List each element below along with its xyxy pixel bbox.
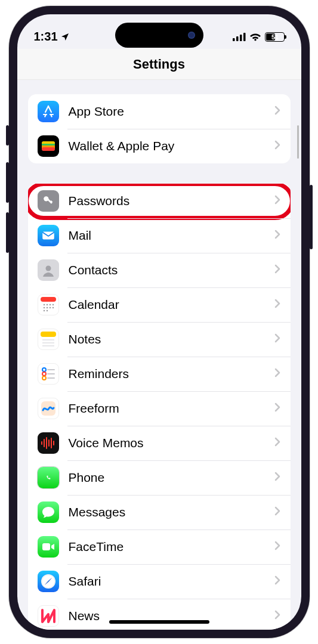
mute-switch: [6, 125, 9, 145]
battery-percent: 51: [270, 33, 279, 41]
svg-point-32: [42, 376, 46, 380]
svg-point-17: [46, 304, 47, 305]
chevron-right-icon: [274, 105, 281, 118]
app-store-icon: [38, 101, 59, 122]
svg-rect-8: [42, 147, 55, 151]
settings-row-phone[interactable]: Phone: [28, 460, 291, 495]
svg-rect-0: [233, 38, 235, 41]
chevron-right-icon: [274, 333, 281, 346]
settings-row-label: Phone: [69, 470, 274, 485]
voicememo-icon: [38, 432, 59, 454]
svg-point-23: [52, 307, 53, 308]
svg-point-31: [42, 372, 46, 376]
settings-row-label: FaceTime: [69, 540, 274, 554]
settings-row-label: Safari: [69, 574, 274, 589]
passwords-icon: [38, 190, 59, 212]
chevron-right-icon: [274, 575, 281, 588]
svg-point-30: [42, 368, 46, 371]
freeform-icon: [38, 398, 59, 419]
svg-rect-15: [41, 297, 56, 302]
svg-rect-1: [236, 36, 239, 41]
svg-rect-2: [240, 35, 242, 41]
location-icon: [60, 32, 70, 42]
chevron-right-icon: [274, 471, 281, 484]
notes-icon: [38, 329, 59, 350]
settings-row-label: App Store: [69, 104, 274, 119]
chevron-right-icon: [274, 402, 281, 415]
reminders-icon: [38, 363, 59, 385]
volume-down-button: [6, 212, 9, 253]
settings-row-reminders[interactable]: Reminders: [28, 357, 291, 391]
chevron-right-icon: [274, 298, 281, 311]
settings-row-facetime[interactable]: FaceTime: [28, 530, 291, 564]
dynamic-island: [115, 23, 203, 48]
calendar-icon: [38, 294, 59, 315]
svg-rect-12: [42, 232, 54, 240]
settings-row-label: Reminders: [69, 367, 274, 381]
settings-row-calendar[interactable]: Calendar: [28, 287, 291, 322]
volume-up-button: [6, 162, 9, 203]
settings-row-passwords[interactable]: Passwords: [28, 184, 291, 218]
settings-row-label: Mail: [69, 228, 274, 243]
settings-row-label: Freeform: [69, 401, 274, 416]
svg-rect-26: [41, 332, 56, 337]
settings-row-label: Notes: [69, 332, 274, 346]
settings-row-voicememo[interactable]: Voice Memos: [28, 426, 291, 460]
home-indicator[interactable]: [109, 620, 209, 624]
settings-row-wallet[interactable]: Wallet & Apple Pay: [28, 129, 291, 163]
svg-rect-43: [42, 543, 50, 550]
chevron-right-icon: [274, 506, 281, 519]
settings-list[interactable]: App StoreWallet & Apple PayPasswordsMail…: [17, 80, 301, 630]
settings-row-notes[interactable]: Notes: [28, 322, 291, 357]
screen: 1:31 51 Settings: [17, 14, 301, 630]
chevron-right-icon: [274, 609, 281, 623]
nav-bar: Settings: [17, 49, 301, 80]
settings-group-store: App StoreWallet & Apple Pay: [28, 94, 291, 163]
battery-icon: 51: [265, 32, 285, 42]
phone-frame: 1:31 51 Settings: [9, 6, 310, 638]
news-icon: [38, 605, 59, 627]
chevron-right-icon: [274, 229, 281, 242]
chevron-right-icon: [274, 264, 281, 277]
settings-row-news[interactable]: News: [28, 599, 291, 630]
settings-group-apps: PasswordsMailContactsCalendarNotesRemind…: [28, 184, 291, 630]
settings-row-label: Voice Memos: [69, 436, 274, 450]
svg-point-20: [43, 307, 44, 308]
messages-icon: [38, 501, 59, 523]
svg-point-16: [43, 304, 44, 305]
svg-point-21: [46, 307, 47, 308]
settings-row-safari[interactable]: Safari: [28, 564, 291, 599]
safari-icon: [38, 571, 59, 592]
settings-row-contacts[interactable]: Contacts: [28, 253, 291, 287]
chevron-right-icon: [274, 194, 281, 208]
settings-row-messages[interactable]: Messages: [28, 495, 291, 530]
svg-point-22: [49, 307, 50, 308]
settings-row-label: Passwords: [69, 194, 274, 208]
scroll-indicator: [297, 125, 299, 159]
chevron-right-icon: [274, 367, 281, 380]
svg-point-25: [46, 310, 47, 311]
settings-row-app-store[interactable]: App Store: [28, 94, 291, 129]
wifi-icon: [249, 33, 261, 41]
contacts-icon: [38, 259, 59, 281]
chevron-right-icon: [274, 140, 281, 153]
settings-row-label: Calendar: [69, 298, 274, 312]
status-time: 1:31: [34, 30, 58, 44]
chevron-right-icon: [274, 540, 281, 553]
svg-point-18: [49, 304, 50, 305]
wallet-icon: [38, 135, 59, 157]
mail-icon: [38, 225, 59, 246]
settings-row-label: Contacts: [69, 263, 274, 277]
settings-row-label: Wallet & Apple Pay: [69, 139, 274, 153]
cellular-signal-icon: [233, 33, 246, 41]
power-button: [310, 185, 313, 249]
svg-point-24: [43, 310, 44, 311]
svg-point-19: [52, 304, 53, 305]
page-title: Settings: [133, 57, 185, 72]
settings-row-label: Messages: [69, 505, 274, 519]
facetime-icon: [38, 536, 59, 558]
chevron-right-icon: [274, 436, 281, 450]
phone-icon: [38, 467, 59, 488]
settings-row-freeform[interactable]: Freeform: [28, 391, 291, 426]
settings-row-mail[interactable]: Mail: [28, 218, 291, 253]
